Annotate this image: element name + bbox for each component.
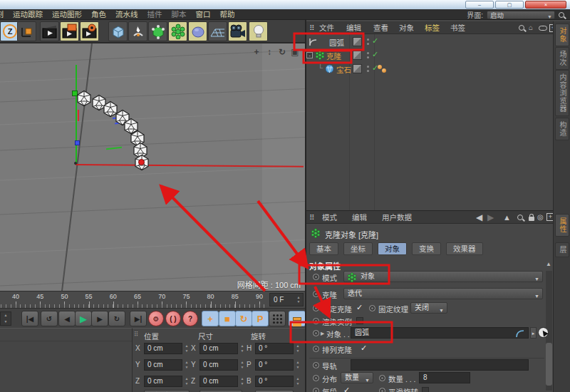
stepper-icon[interactable]: ▲▼	[184, 376, 190, 386]
radio-icon[interactable]	[313, 375, 319, 381]
tab-变换[interactable]: 变换	[412, 242, 441, 255]
stepper-icon[interactable]: ▲▼	[239, 360, 245, 370]
frame-spinner[interactable]: ▲▼	[0, 311, 11, 326]
sort-clones-checkbox[interactable]: ✓	[361, 344, 367, 353]
scrollbar-thumb[interactable]	[546, 343, 552, 386]
autokey-help-button[interactable]: ?	[182, 311, 198, 326]
tab-效果器[interactable]: 效果器	[446, 242, 483, 255]
menubar-item[interactable]: 运动图形	[52, 9, 82, 20]
path-bar-icon[interactable]	[539, 26, 547, 31]
next-frame-button[interactable]: ▶	[91, 311, 108, 326]
object-label[interactable]: 克隆	[326, 51, 341, 61]
zoom-icon[interactable]: ↕	[264, 46, 275, 58]
render-instance-checkbox[interactable]	[356, 317, 363, 324]
parent-up-icon[interactable]: ▲	[503, 213, 511, 222]
radio-icon[interactable]	[369, 305, 375, 311]
object-link-field[interactable]: 圆弧	[351, 327, 529, 339]
enabled-check-icon[interactable]: ✓	[372, 36, 378, 46]
side-tab-对象[interactable]: 对象	[555, 24, 569, 46]
search-icon[interactable]	[517, 215, 523, 220]
object-manager-menu-item[interactable]: 编辑	[346, 21, 361, 34]
coord-field-b[interactable]: 0 °	[255, 376, 294, 387]
search-icon[interactable]	[519, 25, 524, 31]
radio-icon[interactable]	[313, 362, 319, 368]
attribute-manager-menu-item[interactable]: 编辑	[352, 211, 367, 224]
visibility-dots[interactable]	[367, 52, 369, 54]
radio-icon[interactable]	[313, 274, 319, 280]
side-tab-构造[interactable]: 构造	[555, 118, 569, 140]
side-tab-场次[interactable]: 场次	[555, 47, 569, 70]
pen-spline-button[interactable]	[128, 21, 147, 41]
rail-field[interactable]	[351, 359, 529, 371]
maximize-icon[interactable]: ▣	[289, 46, 301, 58]
stepper-icon[interactable]: ▲▼	[239, 344, 245, 354]
home-icon[interactable]: ⌂	[529, 24, 533, 32]
history-forward-icon[interactable]: ▶	[487, 213, 494, 222]
coord-field-h[interactable]: 0 °	[255, 343, 294, 354]
menubar-item[interactable]: 角色	[91, 9, 106, 20]
attribute-manager-menu-item[interactable]: 用户数据	[382, 211, 412, 224]
close-button[interactable]: ×	[525, 1, 566, 9]
key-rotation-button[interactable]: ↻	[235, 311, 252, 326]
material-manager[interactable]	[0, 328, 132, 392]
stepper-icon[interactable]: ▲▼	[239, 376, 245, 386]
menubar-item[interactable]: 脚本	[172, 9, 187, 20]
phong-tag-icon[interactable]	[378, 65, 382, 69]
attribute-manager-menu-item[interactable]: 模式	[322, 211, 337, 224]
arc-end-handle[interactable]	[138, 159, 145, 165]
drag-handle-icon[interactable]: ⠿	[134, 331, 139, 338]
side-tab-属性[interactable]: 属性	[555, 214, 569, 237]
minimize-button[interactable]: –	[465, 1, 494, 9]
pan-icon[interactable]: +	[251, 46, 262, 58]
light-button[interactable]	[249, 21, 268, 41]
tab-对象[interactable]: 对象	[378, 242, 407, 255]
stepper-icon[interactable]: ▲▼	[184, 360, 190, 370]
zoom-z-button[interactable]: Z	[0, 21, 19, 41]
distribution-dropdown[interactable]: 数量 ▼	[341, 372, 373, 383]
count-field[interactable]: 8	[419, 372, 470, 383]
layer-toggle-button[interactable]	[289, 311, 306, 326]
tab-基本[interactable]: 基本	[309, 242, 338, 255]
enabled-check-icon[interactable]: ✓	[372, 50, 378, 59]
layer-swatch[interactable]	[353, 37, 362, 46]
per-segment-checkbox[interactable]: ✓	[343, 386, 350, 392]
coord-field-x[interactable]: 0 cm	[144, 343, 182, 354]
target-icon[interactable]: ◎	[537, 213, 544, 222]
primitive-cube-button[interactable]	[108, 21, 128, 41]
key-position-button[interactable]: +	[202, 311, 219, 326]
mode-dropdown[interactable]: 对象 ▼	[343, 271, 543, 282]
menubar-item[interactable]: 插件	[147, 9, 162, 20]
object-manager-menu-item[interactable]: 文件	[319, 21, 334, 34]
sculpt-button[interactable]	[188, 21, 207, 41]
radio-icon[interactable]	[313, 330, 319, 336]
current-frame-field[interactable]: 0 F ▲▼	[269, 293, 304, 306]
rotate-icon[interactable]: ↻	[276, 46, 288, 58]
handle-blue-square[interactable]	[75, 140, 80, 145]
tag-icon[interactable]	[382, 68, 386, 73]
radio-icon[interactable]	[379, 388, 385, 392]
coord-field-y[interactable]: 0 cm	[200, 359, 238, 371]
interface-dropdown[interactable]: 启动 ▼	[487, 11, 555, 19]
key-scale-button[interactable]: ■	[219, 311, 236, 326]
visibility-dots[interactable]	[367, 38, 369, 41]
goto-start-button[interactable]: |◀	[21, 311, 38, 326]
search-icon[interactable]	[559, 12, 564, 18]
stepper-icon[interactable]: ▲▼	[295, 376, 301, 386]
object-manager-menu-item[interactable]: 对象	[399, 21, 414, 34]
expand-triangle-icon[interactable]: ▸	[321, 329, 324, 337]
viewport-3d[interactable]: +↕↻▣ 网格间距 : 100 cm	[0, 43, 305, 291]
prev-key-button[interactable]: ↺	[41, 311, 58, 326]
render-view-button[interactable]	[40, 21, 59, 41]
render-picture-button[interactable]	[60, 21, 79, 41]
menubar-item[interactable]: 帮助	[220, 9, 235, 20]
stepper-icon[interactable]: ▲▼	[295, 344, 301, 354]
radio-icon[interactable]	[313, 291, 319, 297]
visibility-dots[interactable]	[367, 66, 369, 68]
drag-handle-icon[interactable]: ⠿	[309, 21, 315, 34]
menubar-item[interactable]: 窗口	[196, 9, 211, 20]
drag-handle-icon[interactable]: ⠿	[309, 211, 315, 224]
record-objects-button[interactable]: ⚙	[148, 311, 164, 326]
object-row-gem[interactable]: └ 宝石 ✓	[306, 63, 553, 76]
goto-end-button[interactable]: ▶|	[130, 311, 147, 326]
keying-grid-button[interactable]	[269, 311, 286, 326]
